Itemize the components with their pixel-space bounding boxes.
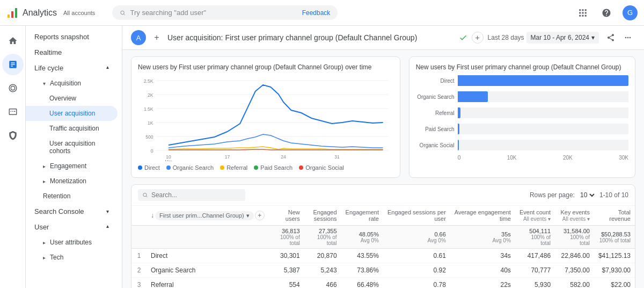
- sidebar-item-user[interactable]: User ▾: [26, 219, 118, 235]
- svg-text:31: 31: [334, 154, 340, 160]
- search-console-chevron-icon: ▾: [106, 208, 109, 214]
- totals-row: 36,813100% of total 27,355100% of total …: [131, 226, 635, 249]
- svg-text:1K: 1K: [148, 120, 153, 126]
- apps-icon[interactable]: [575, 5, 590, 20]
- action-icons: [603, 30, 635, 45]
- search-input[interactable]: [130, 9, 297, 17]
- rows-per-page: Rows per page: 10 25 50 1-10 of 10: [530, 191, 628, 199]
- legend-organic-search-icon: [166, 165, 171, 170]
- date-range-button[interactable]: Mar 10 - Apr 6, 2024 ▾: [526, 32, 599, 44]
- sidebar-item-reports-snapshot[interactable]: Reports snapshot: [26, 29, 118, 45]
- nav-configure-icon[interactable]: [2, 125, 24, 146]
- col-esp-user: Engaged sessions peruser: [383, 206, 450, 226]
- channel-group-filter[interactable]: First user prim...Channel Group) ▾: [155, 211, 254, 220]
- legend-organic-search: Organic Search: [166, 164, 214, 171]
- svg-rect-6: [582, 9, 584, 11]
- sidebar-item-overview[interactable]: Overview: [26, 91, 118, 106]
- nav-advertising-icon[interactable]: [2, 101, 24, 123]
- bar-row-referral: Referral: [416, 107, 628, 118]
- nav-home-icon[interactable]: [2, 30, 24, 52]
- table-row: 1 Direct 30,301 20,870 43.55% 0.61 34s 4…: [131, 249, 635, 263]
- col-engaged-sessions: Engagedsessions: [304, 206, 341, 226]
- sidebar-item-realtime[interactable]: Realtime: [26, 45, 118, 60]
- page-avatar: A: [131, 30, 146, 45]
- legend-referral: Referral: [220, 164, 247, 171]
- content-area: New users by First user primary channel …: [122, 50, 644, 288]
- col-avg-time: Average engagementtime: [450, 206, 515, 226]
- nav-explore-icon[interactable]: [2, 77, 24, 99]
- share-icon[interactable]: [603, 30, 618, 45]
- sidebar-item-engagement[interactable]: ▸ Engagement: [26, 159, 118, 174]
- sidebar-item-monetization[interactable]: ▸ Monetization: [26, 174, 118, 189]
- user-chevron-icon: ▾: [106, 224, 109, 230]
- sidebar-item-user-acquisition[interactable]: User acquisition: [26, 106, 118, 121]
- lifecycle-chevron-icon: ▾: [106, 65, 109, 71]
- bar-chart-card: New users by First user primary channel …: [409, 56, 635, 178]
- svg-rect-0: [8, 15, 10, 18]
- col-filter-pill: ↓ First user prim...Channel Group) ▾ +: [147, 206, 269, 226]
- date-range-chevron-icon: ▾: [591, 34, 595, 41]
- col-rank: [131, 206, 147, 226]
- sidebar: Reports snapshot Realtime Life cycle ▾ ▾…: [26, 26, 122, 288]
- svg-rect-7: [585, 9, 587, 11]
- svg-text:2K: 2K: [148, 92, 153, 98]
- bar-row-organic-social: Organic Social: [416, 140, 628, 150]
- main-content: A + User acquisition: First user primary…: [122, 26, 644, 288]
- sidebar-item-retention[interactable]: Retention: [26, 189, 118, 204]
- add-comparison-button[interactable]: +: [472, 32, 484, 44]
- bar-fill-organic-social: [458, 140, 459, 150]
- sidebar-item-user-acquisition-cohorts[interactable]: User acquisition cohorts: [26, 136, 118, 159]
- engagement-chevron-icon: ▸: [43, 163, 46, 169]
- data-table-card: Rows per page: 10 25 50 1-10 of 10: [131, 184, 635, 288]
- svg-text:1.5K: 1.5K: [144, 106, 153, 112]
- sidebar-section-main: Reports snapshot Realtime Life cycle ▾ ▾…: [26, 26, 122, 268]
- bar-chart-x-axis: 0 10K 20K 30K: [416, 155, 628, 161]
- more-options-icon[interactable]: [620, 30, 635, 45]
- pagination-label: 1-10 of 10: [599, 191, 628, 199]
- table-search-icon: [142, 192, 148, 198]
- table-body: 36,813100% of total 27,355100% of total …: [131, 226, 635, 289]
- table-search-input[interactable]: [151, 191, 241, 199]
- add-filter-button[interactable]: +: [255, 211, 265, 220]
- legend-direct-icon: [138, 165, 142, 170]
- table-toolbar: Rows per page: 10 25 50 1-10 of 10: [131, 185, 635, 206]
- avatar[interactable]: G: [623, 5, 638, 20]
- sidebar-item-lifecycle[interactable]: Life cycle ▾: [26, 60, 118, 76]
- side-nav-icons: [0, 26, 26, 288]
- nav-reports-icon[interactable]: [2, 54, 24, 75]
- bar-track-paid-search: [458, 124, 628, 134]
- analytics-logo-icon: [6, 7, 18, 19]
- sidebar-item-traffic-acquisition[interactable]: Traffic acquisition: [26, 121, 118, 136]
- svg-text:500: 500: [145, 134, 153, 140]
- add-report-button[interactable]: +: [150, 31, 163, 44]
- sidebar-item-tech[interactable]: ▸ Tech: [26, 250, 118, 265]
- search-icon: [120, 9, 126, 17]
- sort-icon: ↓: [151, 212, 154, 219]
- user-attributes-chevron-icon: ▸: [43, 240, 46, 246]
- svg-point-3: [121, 11, 124, 14]
- rows-per-page-select[interactable]: 10 25 50: [578, 191, 596, 199]
- col-event-count: Event countAll events ▾: [515, 206, 555, 226]
- col-new-users: Newusers: [269, 206, 304, 226]
- legend-paid-search: Paid Search: [254, 164, 292, 171]
- svg-line-4: [124, 14, 125, 15]
- bar-fill-paid-search: [458, 124, 460, 134]
- line-chart-title: New users by First user primary channel …: [138, 63, 393, 71]
- svg-text:0: 0: [151, 148, 153, 154]
- bar-track-referral: [458, 107, 628, 118]
- help-icon[interactable]: [599, 5, 614, 20]
- chart-legend: Direct Organic Search Referral Paid: [138, 164, 393, 171]
- table-header-row: ↓ First user prim...Channel Group) ▾ + N…: [131, 206, 635, 226]
- svg-rect-13: [585, 15, 587, 16]
- search-bar[interactable]: Feedback: [112, 5, 338, 20]
- table-search[interactable]: [138, 189, 245, 201]
- sidebar-item-search-console[interactable]: Search Console ▾: [26, 204, 118, 219]
- topbar: Analytics All accounts Feedback G: [0, 0, 644, 26]
- date-range-value: Mar 10 - Apr 6, 2024: [531, 34, 589, 41]
- date-range: Last 28 days Mar 10 - Apr 6, 2024 ▾: [488, 32, 599, 44]
- feedback-link[interactable]: Feedback: [302, 9, 331, 17]
- charts-row: New users by First user primary channel …: [131, 56, 635, 178]
- svg-text:24: 24: [281, 154, 286, 160]
- sidebar-item-acquisition[interactable]: ▾ Acquisition: [26, 76, 118, 91]
- sidebar-item-user-attributes[interactable]: ▸ User attributes: [26, 235, 118, 250]
